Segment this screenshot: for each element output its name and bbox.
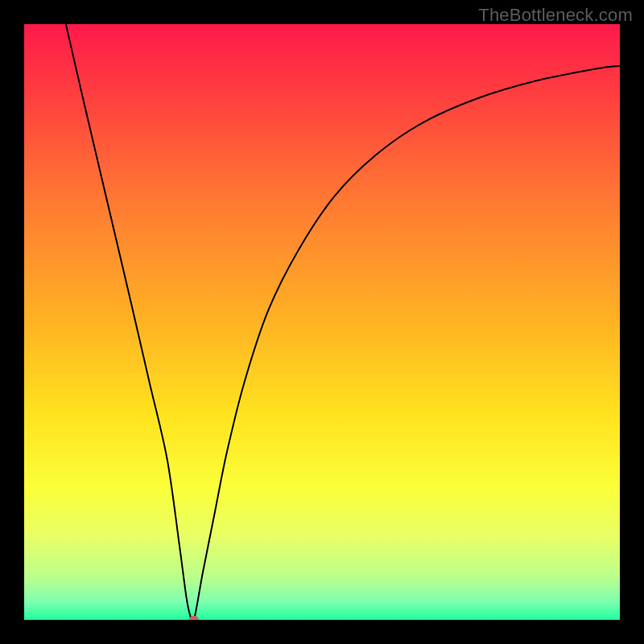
chart-background	[24, 24, 620, 620]
chart-svg	[24, 24, 620, 620]
watermark-text: TheBottleneck.com	[478, 5, 633, 26]
chart-plot-area	[24, 24, 620, 620]
chart-container	[24, 24, 620, 620]
